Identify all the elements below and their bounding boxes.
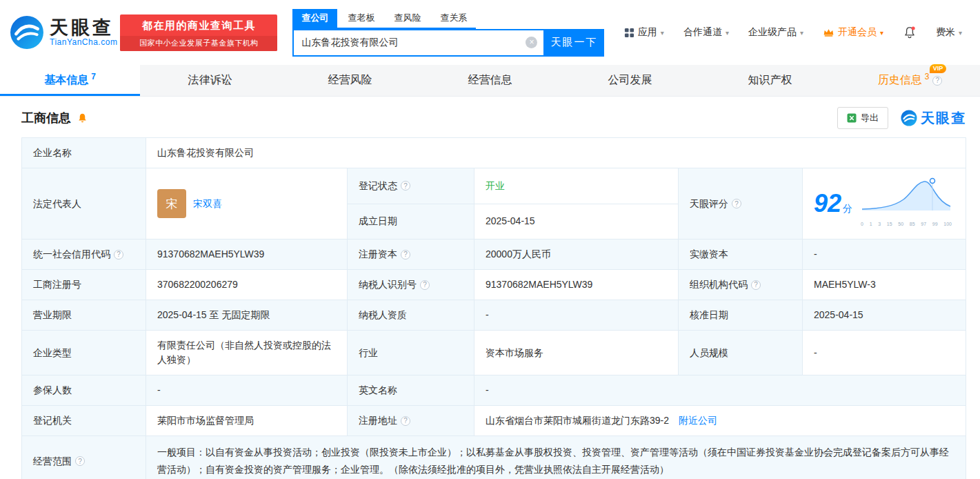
reg-status-label-text: 登记状态 xyxy=(359,179,397,193)
nav-enterprise-products[interactable]: 企业级产品 ▾ xyxy=(748,26,803,39)
nearby-company-link[interactable]: 附近公司 xyxy=(679,415,717,426)
tick-label: 3 xyxy=(878,217,881,231)
export-label: 导出 xyxy=(861,112,879,124)
crown-icon xyxy=(823,28,834,37)
nav-enterprise-label: 企业级产品 xyxy=(748,26,797,39)
watermark-logo-icon xyxy=(901,110,917,126)
reg-address-label: 注册地址 ? xyxy=(348,406,474,436)
nav-partner[interactable]: 合作通道 ▾ xyxy=(683,26,729,39)
caret-down-icon: ▾ xyxy=(726,29,729,37)
slogan-line2: 国家中小企业发展子基金旗下机构 xyxy=(120,36,277,51)
search-tab-company[interactable]: 查公司 xyxy=(292,9,337,28)
reg-address-value: 山东省烟台市莱阳市城厢街道龙门东路39-2 附近公司 xyxy=(474,406,966,436)
apps-grid-icon xyxy=(624,28,634,38)
caret-down-icon: ▾ xyxy=(661,29,664,37)
score-chart: 0 1 3 15 50 85 97 99 100 xyxy=(861,176,952,231)
help-icon[interactable]: ? xyxy=(420,280,430,290)
help-icon[interactable]: ? xyxy=(932,76,942,86)
help-icon[interactable]: ? xyxy=(732,199,741,208)
tab-basic-label: 基本信息 xyxy=(44,73,88,88)
insured-count-value: - xyxy=(146,375,348,406)
tick-label: 99 xyxy=(932,217,938,231)
tab-risk-label: 经营风险 xyxy=(328,73,372,88)
help-icon[interactable]: ? xyxy=(401,416,410,426)
nav-user[interactable]: 费米 ▾ xyxy=(936,26,962,39)
legal-rep-avatar[interactable]: 宋 xyxy=(157,189,186,218)
business-info-table: 企业名称 山东鲁花投资有限公司 法定代表人 宋 宋双喜 登记状态 ? xyxy=(21,137,966,479)
nav-apps-label: 应用 xyxy=(638,26,657,39)
top-nav: 应用 ▾ 合作通道 ▾ 企业级产品 ▾ 开通会员 ▾ xyxy=(624,25,962,40)
english-name-label: 英文名称 xyxy=(348,375,474,406)
credit-code-label: 统一社会信用代码 ? xyxy=(22,240,146,270)
search-button[interactable]: 天眼一下 xyxy=(543,29,604,57)
industry-value: 资本市场服务 xyxy=(474,331,679,375)
search-input-wrap: × xyxy=(292,29,543,57)
logo-text: 天眼查 TianYanCha.com xyxy=(50,18,117,47)
help-icon[interactable]: ? xyxy=(75,456,85,466)
help-icon[interactable]: ? xyxy=(751,280,761,290)
tab-history-count: 3 xyxy=(925,72,930,81)
excel-icon xyxy=(847,113,857,123)
table-row: 参保人数 - 英文名称 - xyxy=(22,375,966,406)
business-scope-value: 一般项目：以自有资金从事投资活动；创业投资（限投资未上市企业）；以私募基金从事股… xyxy=(146,436,966,479)
caret-down-icon: ▾ xyxy=(880,29,883,37)
tab-history-info[interactable]: 历史信息 3 ? VIP xyxy=(840,65,980,96)
reg-capital-value: 20000万人民币 xyxy=(474,240,679,270)
reg-status-label: 登记状态 ? xyxy=(348,168,474,204)
reg-capital-label-text: 注册资本 xyxy=(359,247,397,262)
table-row: 企业类型 有限责任公司（非自然人投资或控股的法人独资） 行业 资本市场服务 人员… xyxy=(22,331,966,375)
tab-operating-risk[interactable]: 经营风险 xyxy=(280,65,420,96)
tab-legal-proceedings[interactable]: 法律诉讼 xyxy=(140,65,280,96)
reg-address-text: 山东省烟台市莱阳市城厢街道龙门东路39-2 xyxy=(486,415,669,426)
subscribe-bell-icon[interactable] xyxy=(77,112,88,124)
slogan-line1: 都在用的商业查询工具 xyxy=(120,19,277,32)
help-icon[interactable]: ? xyxy=(401,181,410,190)
nav-user-label: 费米 xyxy=(936,26,955,39)
reg-authority-value: 莱阳市市场监督管理局 xyxy=(146,406,348,436)
business-scope-label: 经营范围 ? xyxy=(22,436,146,479)
tab-ip-label: 知识产权 xyxy=(748,73,792,88)
tab-history-label: 历史信息 xyxy=(878,73,922,88)
tab-intellectual-property[interactable]: 知识产权 xyxy=(700,65,840,96)
search-tab-relation[interactable]: 查关系 xyxy=(431,9,476,28)
section-head: 工商信息 导出 xyxy=(0,97,980,137)
tab-operating-info[interactable]: 经营信息 xyxy=(420,65,560,96)
tab-legal-label: 法律诉讼 xyxy=(188,73,232,88)
tab-company-development[interactable]: 公司发展 xyxy=(560,65,700,96)
nav-apps[interactable]: 应用 ▾ xyxy=(624,26,664,39)
tianyancha-logo[interactable]: 天眼查 TianYanCha.com xyxy=(10,15,117,50)
search-input[interactable] xyxy=(294,30,543,55)
tab-operation-label: 经营信息 xyxy=(468,73,512,88)
company-name-label: 企业名称 xyxy=(22,138,146,168)
business-term-label: 营业期限 xyxy=(22,300,146,331)
tab-basic-info[interactable]: 基本信息 7 xyxy=(0,65,140,96)
brand-domain: TianYanCha.com xyxy=(50,37,117,47)
taxpayer-quality-label: 纳税人资质 xyxy=(348,300,474,331)
reg-authority-label: 登记机关 xyxy=(22,406,146,436)
search-tab-boss[interactable]: 查老板 xyxy=(339,9,383,28)
help-icon[interactable]: ? xyxy=(401,250,410,260)
tick-label: 50 xyxy=(898,217,903,231)
export-button[interactable]: 导出 xyxy=(837,107,888,129)
approval-date-label: 核准日期 xyxy=(679,300,803,331)
reg-number-label: 工商注册号 xyxy=(22,270,146,300)
score-axis: 0 1 3 15 50 85 97 99 100 xyxy=(861,217,952,231)
help-icon[interactable]: ? xyxy=(114,250,123,260)
nav-membership-label: 开通会员 xyxy=(838,26,877,39)
nav-open-membership[interactable]: 开通会员 ▾ xyxy=(823,26,883,39)
caret-down-icon: ▾ xyxy=(959,29,962,37)
taxpayer-id-label-text: 纳税人识别号 xyxy=(359,277,417,292)
caret-down-icon: ▾ xyxy=(800,29,803,37)
top-header: 天眼查 TianYanCha.com 都在用的商业查询工具 国家中小企业发展子基… xyxy=(0,0,980,65)
notification-bell[interactable] xyxy=(903,25,917,40)
brand-name: 天眼查 xyxy=(50,18,117,37)
search-tabs: 查公司 查老板 查风险 查关系 xyxy=(292,9,476,29)
score-unit: 分 xyxy=(843,203,852,214)
tick-label: 0 xyxy=(861,217,863,231)
legal-rep-value: 宋 宋双喜 xyxy=(146,168,348,240)
legal-rep-link[interactable]: 宋双喜 xyxy=(193,197,222,211)
staff-size-label: 人员规模 xyxy=(679,331,803,375)
watermark-brand: 天眼查 xyxy=(921,109,966,128)
search-tab-risk[interactable]: 查风险 xyxy=(385,9,430,28)
bell-icon xyxy=(903,25,917,40)
